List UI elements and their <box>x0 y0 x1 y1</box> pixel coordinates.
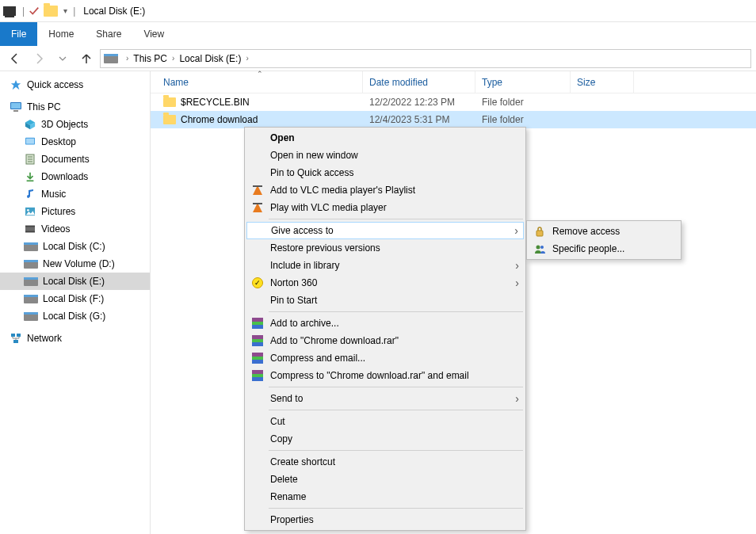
menu-copy[interactable]: Copy <box>246 430 524 448</box>
menu-rename[interactable]: Rename <box>246 488 524 505</box>
file-name: Chrome download <box>181 114 258 125</box>
breadcrumb-current[interactable]: Local Disk (E:) <box>179 53 241 64</box>
menu-divider <box>269 311 523 312</box>
tab-share[interactable]: Share <box>85 22 132 46</box>
sidebar-music[interactable]: Music <box>0 185 150 203</box>
menu-add-rar[interactable]: Add to "Chrome download.rar" <box>246 332 524 349</box>
file-name: $RECYCLE.BIN <box>181 97 250 108</box>
submenu-remove-access[interactable]: Remove access <box>529 223 679 240</box>
svg-rect-1 <box>11 103 21 109</box>
winrar-icon <box>251 352 264 364</box>
chevron-icon[interactable]: › <box>126 54 128 63</box>
new-folder-qat-icon[interactable] <box>44 6 58 17</box>
sidebar-label: Videos <box>41 223 70 235</box>
monitor-icon <box>10 101 22 113</box>
sidebar-label: This PC <box>27 101 61 113</box>
folder-icon <box>163 97 176 107</box>
column-date[interactable]: Date modified <box>363 71 475 93</box>
navigation-bar: › This PC › Local Disk (E:) › <box>0 46 756 71</box>
drive-icon <box>24 295 38 303</box>
context-menu: Open Open in new window Pin to Quick acc… <box>244 127 526 531</box>
chevron-right-icon: › <box>515 277 519 289</box>
up-button[interactable] <box>76 48 97 69</box>
sidebar-label: 3D Objects <box>41 119 88 130</box>
chevron-icon[interactable]: › <box>172 54 174 63</box>
menu-norton[interactable]: ✓Norton 360› <box>246 274 524 292</box>
desktop-icon <box>24 135 36 148</box>
sidebar-local-disk-e[interactable]: Local Disk (E:) <box>0 273 150 290</box>
address-bar[interactable]: › This PC › Local Disk (E:) › <box>100 49 751 68</box>
column-name[interactable]: Name⌃ <box>157 71 363 93</box>
column-size[interactable]: Size <box>571 71 634 93</box>
separator: | <box>22 6 25 17</box>
submenu-specific-people[interactable]: Specific people... <box>529 240 679 257</box>
sidebar-quick-access[interactable]: Quick access <box>0 76 150 93</box>
winrar-icon <box>251 334 264 347</box>
column-type[interactable]: Type <box>475 71 571 93</box>
menu-vlc-play[interactable]: Play with VLC media player <box>246 199 524 216</box>
tab-file[interactable]: File <box>0 22 37 46</box>
tab-home[interactable]: Home <box>37 22 85 46</box>
menu-open[interactable]: Open <box>246 129 524 147</box>
qat-dropdown-icon[interactable]: ▾ <box>63 6 67 15</box>
menu-pin-start[interactable]: Pin to Start <box>246 292 524 309</box>
svg-rect-15 <box>11 334 15 337</box>
menu-properties[interactable]: Properties <box>246 511 524 528</box>
sidebar-downloads[interactable]: Downloads <box>0 168 150 185</box>
menu-add-archive[interactable]: Add to archive... <box>246 315 524 332</box>
menu-delete[interactable]: Delete <box>246 471 524 488</box>
menu-compress-email[interactable]: Compress and email... <box>246 349 524 367</box>
menu-include-library[interactable]: Include in library› <box>246 257 524 274</box>
drive-icon <box>24 242 38 251</box>
menu-pin-quick-access[interactable]: Pin to Quick access <box>246 164 524 181</box>
menu-give-access-to[interactable]: Give access to› <box>246 222 524 239</box>
file-row[interactable]: Chrome download 12/4/2023 5:31 PM File f… <box>151 111 756 128</box>
menu-divider <box>269 450 523 451</box>
sidebar-local-disk-f[interactable]: Local Disk (F:) <box>0 290 150 307</box>
menu-open-new-window[interactable]: Open in new window <box>246 147 524 164</box>
menu-compress-rar-email[interactable]: Compress to "Chrome download.rar" and em… <box>246 367 524 384</box>
sidebar-label: Downloads <box>41 171 88 182</box>
drive-icon <box>104 54 118 63</box>
sidebar-network[interactable]: Network <box>0 330 150 347</box>
forward-button[interactable] <box>29 48 49 69</box>
sidebar-desktop[interactable]: Desktop <box>0 133 150 151</box>
tab-view[interactable]: View <box>132 22 175 46</box>
winrar-icon <box>251 369 264 382</box>
menu-create-shortcut[interactable]: Create shortcut <box>246 453 524 471</box>
sidebar-local-disk-g[interactable]: Local Disk (G:) <box>0 307 150 325</box>
menu-cut[interactable]: Cut <box>246 413 524 430</box>
column-headers: Name⌃ Date modified Type Size <box>151 71 756 93</box>
chevron-right-icon: › <box>514 224 518 237</box>
file-row[interactable]: $RECYCLE.BIN 12/2/2022 12:23 PM File fol… <box>151 93 756 111</box>
sidebar-pictures[interactable]: Pictures <box>0 203 150 220</box>
sidebar-label: Music <box>41 189 66 200</box>
sidebar-this-pc[interactable]: This PC <box>0 98 150 116</box>
svg-point-11 <box>27 209 29 212</box>
svg-rect-2 <box>13 110 18 112</box>
download-icon <box>24 170 36 183</box>
document-icon <box>24 153 36 166</box>
recent-dropdown[interactable] <box>52 48 73 69</box>
menu-restore-versions[interactable]: Restore previous versions <box>246 239 524 257</box>
sidebar-label: Quick access <box>27 79 83 90</box>
breadcrumb-root[interactable]: This PC <box>133 53 167 64</box>
menu-vlc-playlist[interactable]: Add to VLC media player's Playlist <box>246 181 524 199</box>
file-type: File folder <box>475 97 571 108</box>
back-button[interactable] <box>5 48 25 69</box>
video-icon <box>24 223 36 235</box>
sidebar-videos[interactable]: Videos <box>0 220 150 238</box>
menu-send-to[interactable]: Send to› <box>246 390 524 407</box>
star-icon <box>10 78 22 91</box>
menu-divider <box>269 387 523 387</box>
app-icon <box>3 6 16 16</box>
sidebar-documents[interactable]: Documents <box>0 151 150 168</box>
sidebar-label: Local Disk (G:) <box>43 311 105 322</box>
chevron-icon[interactable]: › <box>246 54 248 63</box>
sidebar-local-disk-c[interactable]: Local Disk (C:) <box>0 238 150 255</box>
sidebar-new-volume-d[interactable]: New Volume (D:) <box>0 255 150 273</box>
properties-qat-icon[interactable] <box>28 5 40 17</box>
sidebar-3d-objects[interactable]: 3D Objects <box>0 116 150 133</box>
menu-divider <box>269 508 523 509</box>
chevron-right-icon: › <box>515 259 519 272</box>
